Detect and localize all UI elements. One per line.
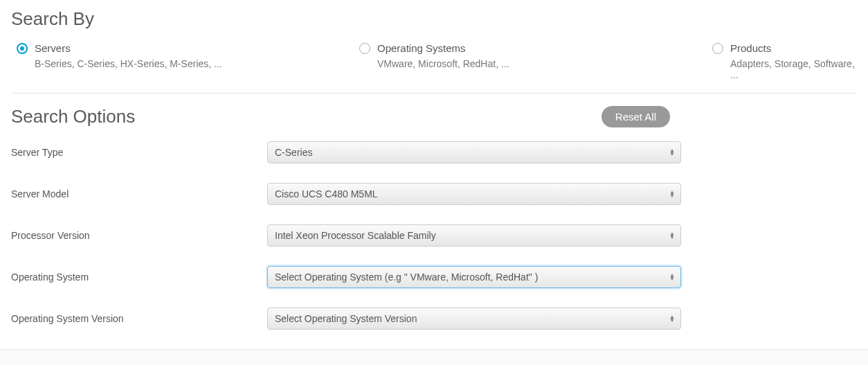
select-value: Select Operating System (e.g " VMware, M… <box>275 271 538 283</box>
select-value: C-Series <box>275 147 312 158</box>
row-processor-version: Processor Version Intel Xeon Processor S… <box>11 224 857 247</box>
radio-group-products[interactable]: Products Adapters, Storage, Software, ..… <box>712 42 857 80</box>
row-server-model: Server Model Cisco UCS C480 M5ML ▲▼ <box>11 183 857 205</box>
label-server-model: Server Model <box>11 188 267 199</box>
chevron-updown-icon: ▲▼ <box>669 274 675 281</box>
radio-group-servers[interactable]: Servers B-Series, C-Series, HX-Series, M… <box>17 42 359 80</box>
label-processor-version: Processor Version <box>11 230 267 241</box>
radio-icon-selected[interactable] <box>17 43 28 54</box>
radio-sublabel: VMware, Microsoft, RedHat, ... <box>377 58 712 69</box>
row-operating-system: Operating System Select Operating System… <box>11 266 857 288</box>
select-value: Intel Xeon Processor Scalable Family <box>275 230 436 241</box>
select-value: Select Operating System Version <box>275 313 417 324</box>
select-value: Cisco UCS C480 M5ML <box>275 188 378 199</box>
label-os-version: Operating System Version <box>11 313 267 324</box>
row-server-type: Server Type C-Series ▲▼ <box>11 141 857 163</box>
chevron-updown-icon: ▲▼ <box>669 315 675 322</box>
radio-sublabel: Adapters, Storage, Software, ... <box>730 58 857 80</box>
radio-sublabel: B-Series, C-Series, HX-Series, M-Series,… <box>35 58 359 69</box>
search-by-options: Servers B-Series, C-Series, HX-Series, M… <box>11 42 857 94</box>
chevron-updown-icon: ▲▼ <box>669 190 675 197</box>
select-processor-version[interactable]: Intel Xeon Processor Scalable Family ▲▼ <box>267 224 681 247</box>
radio-label: Servers <box>35 42 71 54</box>
search-options-title: Search Options <box>11 106 135 127</box>
select-server-type[interactable]: C-Series ▲▼ <box>267 141 681 163</box>
label-server-type: Server Type <box>11 147 267 158</box>
radio-icon[interactable] <box>712 43 723 54</box>
search-by-title: Search By <box>11 8 857 30</box>
radio-label: Products <box>730 42 771 54</box>
select-operating-system[interactable]: Select Operating System (e.g " VMware, M… <box>267 266 681 288</box>
chevron-updown-icon: ▲▼ <box>669 232 675 239</box>
select-os-version[interactable]: Select Operating System Version ▲▼ <box>267 308 681 330</box>
chevron-updown-icon: ▲▼ <box>669 149 675 156</box>
radio-label: Operating Systems <box>377 42 466 54</box>
label-operating-system: Operating System <box>11 271 267 283</box>
radio-icon[interactable] <box>359 43 370 54</box>
footer: UCS HCL Version 4.5.6 © 2015-2019 Cisco … <box>0 349 868 365</box>
select-server-model[interactable]: Cisco UCS C480 M5ML ▲▼ <box>267 183 681 205</box>
reset-all-button[interactable]: Reset All <box>602 106 670 127</box>
radio-group-os[interactable]: Operating Systems VMware, Microsoft, Red… <box>359 42 712 80</box>
row-os-version: Operating System Version Select Operatin… <box>11 308 857 330</box>
